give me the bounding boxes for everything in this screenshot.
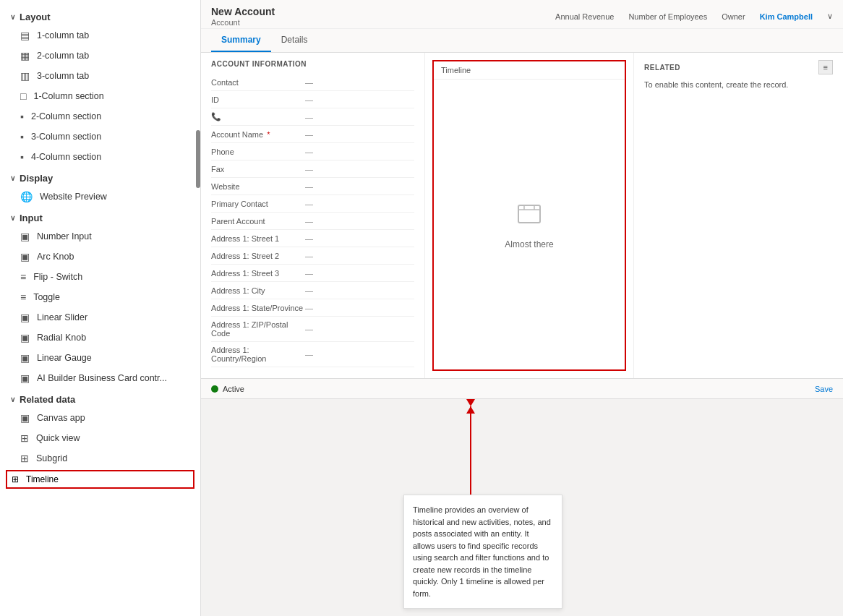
field-parent-account: Parent Account — [211, 213, 414, 230]
field-label: Website [211, 182, 305, 191]
main-content: New Account Account Annual Revenue Numbe… [201, 0, 843, 616]
field-label: Address 1: State/Province [211, 304, 305, 312]
display-section-label: Display [20, 173, 53, 184]
related-header: RELATED ≡ [644, 60, 833, 74]
1col-tab-icon: ▤ [20, 30, 30, 41]
field-address1-state: Address 1: State/Province — [211, 299, 414, 317]
field-label: Phone [211, 147, 305, 156]
related-data-section-header[interactable]: ∨ Related data [0, 388, 200, 408]
linear-slider-icon: ▣ [20, 312, 30, 323]
field-label: Address 1: Country/Region [211, 346, 305, 363]
field-fax: Fax — [211, 161, 414, 178]
tooltip-box: Timeline provides an overview of histori… [403, 495, 562, 609]
svg-rect-0 [518, 205, 540, 223]
sidebar-item-website-preview[interactable]: 🌐 Website Preview [0, 187, 200, 207]
chevron-down-icon: ∨ [10, 13, 15, 21]
sidebar-item-toggle[interactable]: ≡ Toggle [0, 287, 200, 307]
field-id: ID — [211, 91, 414, 108]
sidebar-item-label: Number Input [37, 231, 92, 241]
scrollbar-thumb[interactable] [196, 130, 200, 188]
sidebar-item-canvas-app[interactable]: ▣ Canvas app [0, 408, 200, 428]
related-collapse-button[interactable]: ≡ [818, 60, 833, 74]
sidebar-item-label: Website Preview [40, 192, 107, 202]
chevron-down-icon: ∨ [10, 395, 15, 403]
input-section-header[interactable]: ∨ Input [0, 207, 200, 226]
sidebar-item-label: Toggle [33, 292, 60, 302]
sidebar-item-3-column-section[interactable]: ▪ 3-Column section [0, 127, 200, 147]
toggle-icon: ≡ [20, 291, 26, 303]
num-employees-label: Number of Employees [628, 12, 707, 21]
sidebar-item-2-column-section[interactable]: ▪ 2-Column section [0, 106, 200, 127]
tab-summary[interactable]: Summary [211, 29, 271, 52]
sidebar-item-3-column-tab[interactable]: ▥ 3-column tab [0, 66, 200, 86]
field-value: — [305, 78, 313, 87]
sidebar-item-label: Linear Gauge [37, 353, 92, 363]
account-info-panel: ACCOUNT INFORMATION Contact — ID — 📞 — [201, 53, 425, 378]
layout-section-header[interactable]: ∨ Layout [0, 6, 200, 25]
field-value: — [305, 350, 313, 359]
sidebar-item-label: Canvas app [37, 413, 85, 423]
sidebar-item-arc-knob[interactable]: ▣ Arc Knob [0, 247, 200, 267]
sidebar-item-timeline[interactable]: ⊞ Timeline [6, 470, 194, 489]
field-value: — [305, 147, 313, 156]
user-menu-icon[interactable]: ∨ [827, 12, 833, 21]
sidebar-item-linear-gauge[interactable]: ▣ Linear Gauge [0, 348, 200, 368]
sidebar-item-quick-view[interactable]: ⊞ Quick view [0, 428, 200, 448]
lower-area: Timeline provides an overview of histori… [201, 399, 843, 616]
2col-section-icon: ▪ [20, 111, 24, 122]
user-name: Kim Campbell [760, 12, 813, 21]
sidebar-item-label: Radial Knob [37, 333, 86, 343]
field-value: — [305, 95, 313, 104]
related-text: To enable this content, create the recor… [644, 80, 833, 89]
globe-icon: 🌐 [20, 191, 33, 202]
field-label: Fax [211, 165, 305, 174]
sidebar-item-label: 4-Column section [31, 152, 101, 162]
arrow-head-icon [466, 399, 475, 414]
sidebar-item-number-input[interactable]: ▣ Number Input [0, 226, 200, 247]
related-label: RELATED [644, 64, 680, 72]
sidebar-item-2-column-tab[interactable]: ▦ 2-column tab [0, 46, 200, 66]
sidebar-item-linear-slider[interactable]: ▣ Linear Slider [0, 307, 200, 328]
sidebar-item-label: 2-column tab [37, 51, 89, 61]
timeline-empty-icon [515, 200, 544, 234]
field-label: Account Name * [211, 130, 305, 139]
timeline-box: Timeline Almost there [432, 60, 626, 371]
field-value: — [305, 325, 313, 333]
ai-builder-icon: ▣ [20, 372, 30, 384]
number-input-icon: ▣ [20, 231, 30, 242]
sidebar-item-radial-knob[interactable]: ▣ Radial Knob [0, 328, 200, 348]
field-value: — [305, 217, 313, 226]
sidebar-item-4-column-section[interactable]: ▪ 4-Column section [0, 147, 200, 167]
scrollbar-track[interactable] [196, 0, 200, 616]
sidebar-item-label: 1-Column section [33, 91, 103, 101]
field-address1-street2: Address 1: Street 2 — [211, 247, 414, 265]
field-value: — [305, 286, 313, 295]
input-section-label: Input [20, 213, 43, 223]
timeline-content: Almost there [434, 80, 625, 369]
sidebar-item-ai-builder[interactable]: ▣ AI Builder Business Card contr... [0, 368, 200, 388]
save-label: Save [815, 385, 833, 393]
account-info-header: ACCOUNT INFORMATION [211, 60, 414, 68]
tab-details[interactable]: Details [271, 29, 318, 52]
sidebar-item-flip-switch[interactable]: ≡ Flip - Switch [0, 267, 200, 287]
display-section-header[interactable]: ∨ Display [0, 167, 200, 187]
sidebar-item-label: Timeline [26, 474, 59, 484]
sidebar-item-label: Arc Knob [37, 252, 74, 262]
field-phone-icon: 📞 — [211, 108, 414, 126]
field-address1-street1: Address 1: Street 1 — [211, 230, 414, 247]
field-phone: Phone — [211, 143, 414, 161]
sidebar-item-1-column-section[interactable]: □ 1-Column section [0, 86, 200, 106]
4col-section-icon: ▪ [20, 151, 24, 163]
sidebar-item-label: Flip - Switch [33, 272, 82, 282]
field-value: — [305, 304, 313, 312]
field-label: ID [211, 95, 305, 104]
sidebar-item-subgrid[interactable]: ⊞ Subgrid [0, 448, 200, 469]
sidebar-item-label: 1-column tab [37, 30, 89, 40]
field-address1-street3: Address 1: Street 3 — [211, 265, 414, 282]
sidebar: ∨ Layout ▤ 1-column tab ▦ 2-column tab ▥… [0, 0, 201, 616]
chevron-down-icon: ∨ [10, 174, 15, 182]
sidebar-item-label: 2-Column section [31, 111, 101, 121]
related-data-section-label: Related data [20, 394, 75, 405]
linear-gauge-icon: ▣ [20, 352, 30, 364]
sidebar-item-1-column-tab[interactable]: ▤ 1-column tab [0, 25, 200, 46]
